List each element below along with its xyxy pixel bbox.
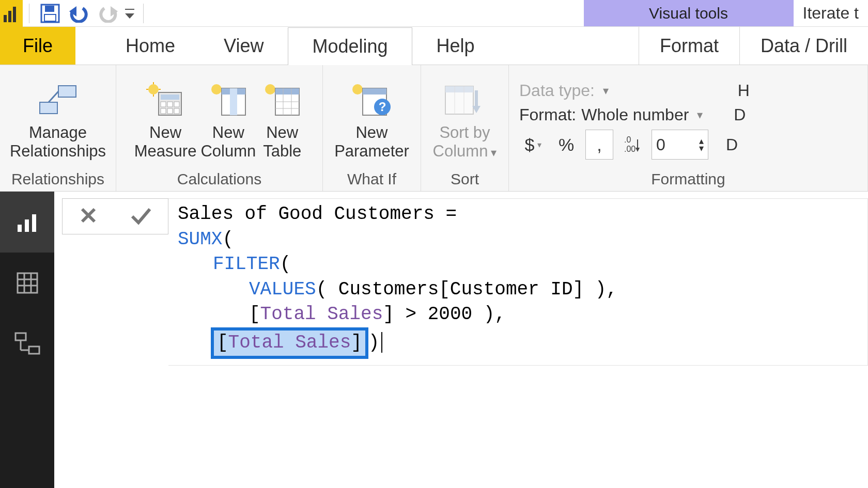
new-column-icon [206, 80, 251, 120]
token-sumx: SUMX [178, 229, 222, 250]
svg-point-37 [352, 84, 363, 95]
svg-text:.00: .00 [624, 145, 636, 153]
app-logo [0, 0, 23, 27]
new-table-button[interactable]: NewTable [260, 77, 304, 160]
svg-rect-2 [13, 7, 16, 22]
svg-point-26 [211, 84, 222, 95]
svg-rect-25 [174, 108, 179, 114]
svg-rect-23 [161, 108, 166, 114]
svg-rect-20 [161, 102, 166, 107]
group-formatting-label: Formatting [509, 168, 867, 191]
nav-model[interactable] [0, 313, 54, 374]
sort-icon [442, 80, 487, 120]
svg-rect-50 [18, 225, 22, 232]
svg-rect-10 [58, 86, 76, 97]
svg-rect-51 [25, 219, 29, 232]
formula-text: Sales of Good Customers = [178, 203, 457, 225]
tab-help[interactable]: Help [412, 27, 499, 65]
svg-rect-22 [174, 102, 179, 107]
tab-file[interactable]: File [0, 27, 75, 65]
svg-marker-9 [125, 13, 134, 19]
svg-text:.0: .0 [624, 135, 631, 144]
format-dropdown[interactable]: Format: Whole number▾ D [519, 105, 746, 124]
svg-text:?: ? [379, 100, 386, 114]
ribbon-tabs: File Home View Modeling Help Format Data… [0, 27, 868, 65]
nav-data[interactable] [0, 253, 54, 313]
new-column-button[interactable]: NewColumn [200, 77, 256, 160]
manage-relationships-button[interactable]: ManageRelationships [10, 77, 106, 160]
group-calculations-label: Calculations [116, 168, 322, 191]
token-total-sales: Total Sales [260, 304, 383, 325]
svg-rect-52 [32, 214, 36, 232]
chevron-down-icon: ▾ [603, 84, 609, 98]
formula-bar: Sales of Good Customers = SUMX( FILTER( … [62, 198, 868, 366]
svg-point-30 [265, 84, 275, 95]
decimal-places-input[interactable]: 0 ▴▾ [652, 130, 708, 160]
group-whatif-label: What If [323, 168, 421, 191]
svg-rect-29 [230, 88, 237, 115]
tab-format[interactable]: Format [639, 27, 739, 65]
ribbon: ManageRelationships Relationships NewMea… [0, 65, 868, 192]
decimal-stepper[interactable]: ▴▾ [699, 137, 704, 152]
thousands-separator-button[interactable]: , [585, 130, 613, 160]
token-values: VALUES [249, 279, 316, 300]
svg-marker-49 [636, 148, 640, 152]
visual-tools-context-tab: Visual tools [584, 0, 794, 26]
datatype-dropdown[interactable]: Data type:▾ H [519, 81, 750, 100]
new-table-icon [260, 80, 304, 120]
svg-rect-24 [167, 108, 173, 114]
svg-point-13 [148, 84, 159, 95]
chevron-down-icon: ▾ [697, 108, 703, 122]
selected-token: [Total Sales] [211, 327, 368, 359]
title-text-cut: Iterate t [794, 0, 869, 26]
svg-rect-43 [445, 86, 473, 92]
nav-report[interactable] [0, 192, 54, 253]
svg-rect-5 [44, 14, 56, 21]
svg-rect-4 [45, 6, 54, 12]
currency-button[interactable]: $▾ [519, 130, 547, 160]
tab-modeling[interactable]: Modeling [288, 27, 412, 65]
formula-commit-button[interactable] [129, 205, 153, 228]
svg-rect-0 [4, 15, 7, 22]
left-nav [0, 192, 54, 488]
new-measure-icon [143, 80, 188, 120]
new-parameter-icon: ? [349, 80, 394, 120]
sort-by-column-button[interactable]: Sort byColumn▾ [433, 77, 497, 160]
formula-editor[interactable]: Sales of Good Customers = SUMX( FILTER( … [168, 198, 868, 366]
new-measure-button[interactable]: NewMeasure [134, 77, 197, 160]
svg-rect-58 [16, 333, 26, 340]
svg-rect-11 [40, 102, 57, 114]
group-relationships-label: Relationships [0, 168, 116, 191]
tab-data-drill[interactable]: Data / Drill [739, 27, 868, 65]
token-filter: FILTER [213, 254, 280, 275]
group-sort-label: Sort [421, 168, 508, 191]
relationships-icon [36, 80, 80, 120]
redo-button[interactable] [94, 0, 122, 27]
precision-icon: .0.00 [618, 130, 646, 160]
new-parameter-button[interactable]: ? NewParameter [334, 77, 409, 160]
svg-rect-53 [18, 273, 37, 293]
svg-rect-32 [275, 88, 299, 95]
svg-line-12 [49, 91, 58, 102]
svg-rect-21 [167, 102, 173, 107]
svg-rect-1 [8, 11, 11, 22]
svg-rect-39 [363, 88, 386, 95]
tab-view[interactable]: View [199, 27, 288, 65]
save-button[interactable] [36, 0, 65, 27]
undo-button[interactable] [65, 0, 94, 27]
qat-dropdown[interactable] [122, 7, 137, 20]
text-cursor [381, 332, 382, 353]
svg-rect-59 [29, 347, 39, 354]
svg-rect-19 [161, 95, 179, 100]
formula-cancel-button[interactable] [78, 205, 99, 228]
tab-home[interactable]: Home [101, 27, 199, 65]
titlebar: Visual tools Iterate t [0, 0, 868, 27]
percent-button[interactable]: % [552, 130, 580, 160]
